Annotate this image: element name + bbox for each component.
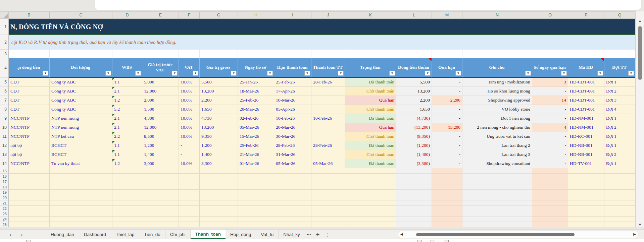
row-number-11[interactable]: 11 (0, 132, 9, 141)
cell-J13[interactable] (311, 150, 345, 159)
cell-M24[interactable] (432, 217, 462, 222)
cell-N22[interactable] (462, 206, 532, 211)
column-letter-C[interactable]: C (50, 12, 112, 18)
sheet-title-cell[interactable]: N, DÒNG TIỀN VÀ CÔNG NỢ (9, 19, 635, 35)
cell-M12[interactable]: - (432, 141, 462, 150)
header-cell-O[interactable]: Số ngày quá hạn▾ (532, 58, 568, 78)
cell-B9[interactable]: NCC/NTP (9, 114, 50, 123)
cell-M14[interactable]: - (432, 159, 462, 168)
row-number-15[interactable]: 15 (0, 168, 9, 174)
cell-M9[interactable]: - (432, 114, 462, 123)
sheet-tab-hop_dong[interactable]: Hop_dong (226, 230, 256, 239)
cell-E6[interactable]: 12,000 (142, 87, 179, 96)
cell-F20[interactable] (179, 195, 200, 200)
cell-E18[interactable] (142, 184, 179, 190)
cell-J14[interactable]: 05-Mar-26 (311, 159, 345, 168)
cell-G6[interactable]: 13,200 (200, 87, 238, 96)
cell-Q22[interactable] (604, 206, 635, 211)
cell-I13[interactable]: 31-Mar-26 (274, 150, 311, 159)
cell-K3[interactable] (345, 50, 396, 58)
cell-G7[interactable]: 2,200 (200, 96, 238, 105)
cell-D17[interactable] (112, 179, 142, 184)
cell-H9[interactable]: 02-Feb-26 (238, 114, 274, 123)
cell-E13[interactable]: 1,400 (142, 150, 179, 159)
cell-M21[interactable] (432, 200, 462, 206)
cell-P19[interactable] (568, 190, 604, 195)
row-number-16[interactable]: 16 (0, 174, 9, 179)
cell-B14[interactable]: NCC/NTP (9, 159, 50, 168)
column-letter-L[interactable]: L (396, 12, 432, 18)
cell-K6[interactable]: Chờ thanh toán (345, 87, 396, 96)
filter-dropdown-icon[interactable]: ▾ (43, 71, 48, 76)
tab-nav-next-icon[interactable]: › (16, 230, 28, 239)
cell-H21[interactable] (238, 200, 274, 206)
note-cell[interactable]: cột K:O và R:V tự động tính trạng thái, … (9, 35, 635, 50)
cell-O22[interactable] (532, 206, 568, 211)
cell-N14[interactable]: Shopdrawing consultant (462, 159, 532, 168)
cell-E17[interactable] (142, 179, 179, 184)
cell-C7[interactable]: Cong ty ABC (50, 96, 112, 105)
cell-Q15[interactable] (604, 168, 635, 174)
cell-F5[interactable]: 10.0% (179, 78, 200, 87)
cell-D23[interactable] (112, 211, 142, 217)
cell-H16[interactable] (238, 174, 274, 179)
cell-P9[interactable]: HD-NM-001 (568, 114, 604, 123)
cell-O14[interactable]: - (532, 159, 568, 168)
cell-N23[interactable] (462, 211, 532, 217)
cell-B7[interactable]: CĐT (9, 96, 50, 105)
cell-B11[interactable]: NCC/NTP (9, 132, 50, 141)
cell-M23[interactable] (432, 211, 462, 217)
cell-K22[interactable] (345, 206, 396, 211)
cell-P7[interactable]: HD-CDT-001 (568, 96, 604, 105)
cell-Q8[interactable]: Đợt 4 (604, 105, 635, 114)
cell-F8[interactable]: 10.0% (179, 105, 200, 114)
column-letter-G[interactable]: G (200, 12, 238, 18)
cell-B17[interactable] (9, 179, 50, 184)
cell-Q9[interactable]: Đợt 1 (604, 114, 635, 123)
cell-H23[interactable] (238, 211, 274, 217)
cell-I12[interactable]: 28-Feb-26 (274, 141, 311, 150)
row-number-2[interactable]: 2 (0, 35, 9, 50)
cell-G18[interactable] (200, 184, 238, 190)
cell-H25[interactable] (238, 222, 274, 227)
cell-E14[interactable]: 3,000 (142, 159, 179, 168)
cell-N18[interactable] (462, 184, 532, 190)
cell-P20[interactable] (568, 195, 604, 200)
cell-K8[interactable]: Chờ thanh toán (345, 105, 396, 114)
cell-M8[interactable]: - (432, 105, 462, 114)
cell-J12[interactable]: 28-Feb-26 (311, 141, 345, 150)
cell-O21[interactable] (532, 200, 568, 206)
vertical-scrollbar[interactable]: ▲ ▼ (635, 11, 644, 227)
row-number-24[interactable]: 24 (0, 217, 9, 222)
cell-O7[interactable]: 14 (532, 96, 568, 105)
row-number-12[interactable]: 12 (0, 141, 9, 150)
filter-dropdown-icon[interactable]: ▾ (628, 71, 634, 76)
cell-I15[interactable] (274, 168, 311, 174)
cell-O13[interactable]: - (532, 150, 568, 159)
cell-P25[interactable] (568, 222, 604, 227)
cell-D7[interactable]: 1.2 (112, 96, 142, 105)
row-number-21[interactable]: 21 (0, 200, 9, 206)
cell-P24[interactable] (568, 217, 604, 222)
cell-D22[interactable] (112, 206, 142, 211)
filter-dropdown-icon[interactable]: ▾ (425, 71, 431, 76)
cell-L19[interactable] (396, 190, 432, 195)
cell-Q6[interactable]: Đợt 2 (604, 87, 635, 96)
cell-O25[interactable] (532, 222, 568, 227)
cell-E9[interactable]: 4,300 (142, 114, 179, 123)
cell-G16[interactable] (200, 174, 238, 179)
header-cell-P[interactable]: Mã HĐ▾ (568, 58, 604, 78)
cell-K14[interactable]: Đã thanh toán (345, 159, 396, 168)
cell-O5[interactable]: 3 (532, 78, 568, 87)
cell-K18[interactable] (345, 184, 396, 190)
cell-I23[interactable] (274, 211, 311, 217)
scroll-down-icon[interactable]: ▼ (636, 223, 644, 227)
cell-B24[interactable] (9, 217, 50, 222)
row-number-5[interactable]: 5 (0, 78, 9, 87)
cell-J24[interactable] (311, 217, 345, 222)
cell-P22[interactable] (568, 206, 604, 211)
cell-G22[interactable] (200, 206, 238, 211)
cell-M19[interactable] (432, 190, 462, 195)
cell-N16[interactable] (462, 174, 532, 179)
cell-N19[interactable] (462, 190, 532, 195)
